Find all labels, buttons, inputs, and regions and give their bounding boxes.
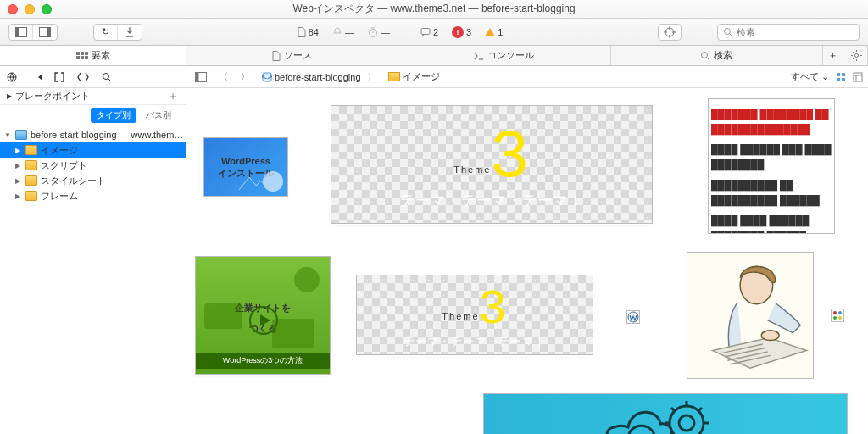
document-icon — [272, 51, 281, 61]
svg-rect-25 — [842, 78, 845, 81]
folder-icon — [388, 72, 400, 81]
reload-button[interactable]: ↻ — [94, 25, 118, 40]
image-thumbnail[interactable] — [626, 310, 640, 324]
crumb-document[interactable]: <> before-start-blogging 〉 — [258, 70, 381, 83]
console-icon — [474, 52, 484, 60]
svg-point-40 — [833, 316, 837, 320]
body: ▶ ブレークポイント ＋ タイプ別 バス別 ▼before-start-blog… — [0, 66, 868, 434]
image-thumbnail[interactable]: WordPressインストール — [203, 137, 288, 197]
log-count[interactable]: 2 — [420, 27, 438, 37]
main-toolbar: ↻ 84 — — 2 ! 3 1 — [0, 19, 868, 46]
bell-icon — [332, 27, 342, 37]
svg-point-39 — [838, 311, 842, 314]
filter-by-path[interactable]: バス別 — [140, 108, 177, 123]
add-tab-button[interactable]: ＋ — [823, 49, 843, 62]
image-thumbnail[interactable]: Theme3 テーマ・テーマ・テーマ！ — [331, 105, 653, 224]
svg-rect-19 — [196, 72, 199, 81]
view-thumbnails-button[interactable] — [836, 72, 846, 82]
error-count[interactable]: ! 3 — [452, 26, 471, 38]
download-button[interactable] — [118, 25, 142, 40]
grid-icon — [76, 52, 88, 60]
breakpoints-header[interactable]: ▶ ブレークポイント ＋ — [0, 88, 186, 105]
tree-folder-row[interactable]: ▶フレーム — [0, 188, 186, 203]
tree-row-label: スクリプト — [41, 159, 87, 172]
image-thumbnail[interactable] — [687, 252, 814, 379]
resource-filter: タイプ別 バス別 — [0, 105, 186, 125]
svg-point-17 — [103, 73, 109, 79]
document-icon — [15, 130, 27, 140]
image-thumbnail[interactable]: Japan ████ █████ ████████ ████ ██ ████ █… — [708, 98, 835, 234]
svg-rect-22 — [837, 73, 840, 76]
wordpress-icon — [627, 311, 639, 323]
svg-point-14 — [702, 52, 708, 58]
nav-resources-icon[interactable] — [5, 70, 19, 84]
svg-rect-9 — [81, 52, 84, 55]
svg-rect-11 — [76, 56, 80, 59]
tree-row-label: スタイルシート — [41, 175, 106, 187]
left-sidebar-toggle[interactable] — [9, 25, 33, 40]
search-input[interactable] — [737, 27, 854, 37]
search-icon — [723, 27, 733, 37]
nav-spread-icon[interactable] — [76, 70, 90, 84]
warning-count[interactable]: 1 — [485, 27, 503, 37]
scope-selector[interactable]: すべて ⌄ — [791, 70, 829, 83]
tab-extras: ＋ — [823, 46, 868, 65]
image-thumbnail[interactable] — [483, 393, 848, 434]
right-sidebar-toggle[interactable] — [33, 25, 57, 40]
back-button[interactable]: 〈 — [214, 70, 232, 85]
content-header: 〈 〉 <> before-start-blogging 〉 イメージ すべて … — [186, 66, 868, 88]
svg-point-27 — [263, 171, 283, 192]
svg-rect-24 — [837, 78, 840, 81]
doc-badge-icon: <> — [262, 72, 272, 82]
svg-rect-10 — [85, 52, 88, 55]
dock-mode-button[interactable] — [192, 70, 210, 85]
nav-search-icon[interactable] — [100, 70, 114, 84]
tree-row-label: イメージ — [41, 144, 78, 157]
settings-gear-button[interactable] — [847, 50, 867, 61]
window-titlebar: Webインスペクタ — www.theme3.net — before-star… — [0, 0, 868, 19]
view-tree-button[interactable] — [853, 72, 863, 82]
toolbar-search[interactable] — [717, 24, 860, 41]
timer-status[interactable]: — — [368, 27, 390, 37]
svg-rect-23 — [842, 73, 845, 76]
tab-sources[interactable]: ソース — [186, 46, 398, 65]
navigator-sidebar: ▶ ブレークポイント ＋ タイプ別 バス別 ▼before-start-blog… — [0, 66, 186, 434]
svg-point-7 — [725, 28, 731, 34]
timeline-status[interactable]: — — [332, 27, 354, 37]
reload-group: ↻ — [93, 24, 142, 41]
svg-point-38 — [833, 311, 837, 314]
tab-console[interactable]: コンソール — [398, 46, 610, 65]
search-icon — [700, 51, 710, 61]
error-badge-icon: ! — [452, 26, 464, 38]
nav-debugger-icon[interactable] — [29, 70, 42, 84]
image-grid[interactable]: WordPressインストール Theme3 テーマ・テーマ・テーマ！ Japa… — [186, 88, 868, 434]
disclosure-triangle-icon: ▶ — [14, 192, 22, 200]
svg-point-15 — [855, 54, 859, 58]
svg-point-37 — [761, 331, 779, 341]
disclosure-triangle-icon: ▶ — [7, 92, 12, 100]
svg-rect-3 — [47, 27, 51, 36]
tree-folder-row[interactable]: ▶イメージ — [0, 142, 186, 158]
image-thumbnail[interactable] — [831, 309, 844, 322]
image-thumbnail[interactable]: 企業サイトをつくる WordPressの3つの方法 — [195, 256, 331, 375]
image-thumbnail[interactable]: Theme3 テーマ・テーマ・テーマ！ — [356, 275, 593, 355]
tree-folder-row[interactable]: ▶スクリプト — [0, 158, 186, 173]
tree-folder-row[interactable]: ▶スタイルシート — [0, 173, 186, 188]
resource-count[interactable]: 84 — [298, 27, 319, 37]
svg-rect-1 — [15, 27, 19, 36]
svg-rect-26 — [854, 73, 862, 81]
gear-icon — [851, 50, 862, 61]
tree-document-row[interactable]: ▼before-start-blogging — www.them… — [0, 127, 186, 142]
nav-brackets-icon[interactable] — [53, 70, 66, 84]
disclosure-triangle-icon: ▶ — [14, 147, 22, 154]
filter-by-type[interactable]: タイプ別 — [91, 108, 136, 123]
folder-icon — [25, 175, 37, 186]
tab-elements[interactable]: 要素 — [0, 46, 186, 65]
crumb-folder[interactable]: イメージ — [384, 70, 444, 83]
svg-point-41 — [838, 316, 842, 320]
content-browser: 〈 〉 <> before-start-blogging 〉 イメージ すべて … — [186, 66, 868, 434]
add-breakpoint-button[interactable]: ＋ — [167, 89, 179, 104]
target-button[interactable] — [658, 24, 682, 41]
tab-search[interactable]: 検索 — [611, 46, 823, 65]
forward-button[interactable]: 〉 — [236, 70, 254, 85]
